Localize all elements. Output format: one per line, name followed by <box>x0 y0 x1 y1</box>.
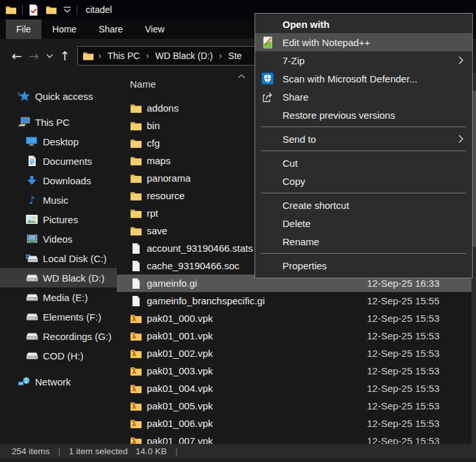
file-row-pak01-001-vpk[interactable]: λpak01_001.vpk12-Sep-25 15:53 <box>117 327 476 345</box>
context-menu-item-share[interactable]: Share <box>255 88 472 106</box>
file-name: addons <box>147 103 179 114</box>
back-button[interactable]: ← <box>8 49 25 63</box>
selection-count: 1 item selected <box>69 446 128 456</box>
context-menu-item-scan-with-microsoft-defender[interactable]: Scan with Microsoft Defender... <box>255 69 472 88</box>
folder-icon <box>130 174 142 183</box>
drive-icon <box>25 352 39 359</box>
documents-icon <box>25 156 39 166</box>
file-row-pak01-003-vpk[interactable]: λpak01_003.vpk12-Sep-25 15:53 <box>117 362 476 380</box>
date-modified: 12-Sep-25 15:55 <box>367 295 440 306</box>
sidebar-item-this-pc[interactable]: This PC <box>0 112 130 132</box>
defender-icon <box>262 73 273 84</box>
folder-icon <box>130 191 142 201</box>
svg-text:λ: λ <box>132 315 136 322</box>
new-folder-icon[interactable] <box>46 6 56 14</box>
breadcrumb-this-pc[interactable]: This PC <box>108 51 140 61</box>
file-row-pak01-006-vpk[interactable]: λpak01_006.vpk12-Sep-25 15:53 <box>117 415 476 432</box>
column-header-name[interactable]: Name <box>130 79 156 90</box>
date-modified: 12-Sep-25 15:53 <box>367 313 440 324</box>
tab-share[interactable]: Share <box>88 19 134 39</box>
sidebar-item-label: Local Disk (C:) <box>43 253 106 264</box>
file-name: pak01_004.vpk <box>147 383 213 394</box>
breadcrumb-ste[interactable]: Ste <box>228 51 242 61</box>
context-menu-item-7-zip[interactable]: 7-Zip <box>255 51 472 69</box>
status-divider: | <box>175 446 178 456</box>
context-menu-item-restore-previous-versions[interactable]: Restore previous versions <box>255 106 472 124</box>
sidebar-item-label: Videos <box>43 234 73 245</box>
sidebar-item-quick-access[interactable]: Quick access <box>0 86 130 106</box>
sidebar-item-label: Downloads <box>43 175 91 186</box>
sidebar-item-label: COD (H:) <box>43 350 84 361</box>
menu-separator <box>261 127 466 127</box>
qat-dropdown-icon[interactable] <box>64 6 71 13</box>
context-menu-item-delete[interactable]: Delete <box>255 214 472 232</box>
file-row-pak01-002-vpk[interactable]: λpak01_002.vpk12-Sep-25 15:53 <box>117 345 476 362</box>
sidebar-item-network[interactable]: Network <box>0 372 130 391</box>
svg-text:λ: λ <box>132 402 136 410</box>
file-name: cache_93190466.soc <box>147 260 240 271</box>
breadcrumb-wd-black-d[interactable]: WD Black (D:) <box>155 51 213 61</box>
drive-icon <box>25 274 39 282</box>
file-row-pak01-004-vpk[interactable]: λpak01_004.vpk12-Sep-25 15:53 <box>117 380 476 397</box>
file-row-pak01-005-vpk[interactable]: λpak01_005.vpk12-Sep-25 15:53 <box>117 397 476 415</box>
submenu-arrow-icon <box>458 56 464 65</box>
explorer-app-icon <box>6 6 16 14</box>
tab-file[interactable]: File <box>6 19 42 39</box>
context-menu-item-rename[interactable]: Rename <box>255 232 472 250</box>
svg-text:λ: λ <box>132 420 136 428</box>
svg-text:λ: λ <box>132 332 136 340</box>
file-name: cfg <box>147 138 160 149</box>
window-bottom-edge <box>0 459 476 462</box>
up-button[interactable]: ↑ <box>56 49 73 63</box>
menu-separator <box>261 193 466 193</box>
document-icon <box>130 278 142 289</box>
context-menu-item-create-shortcut[interactable]: Create shortcut <box>255 196 472 214</box>
document-icon <box>130 261 142 271</box>
properties-check-icon[interactable] <box>29 5 38 16</box>
downloads-icon <box>25 176 39 186</box>
context-menu-item-cut[interactable]: Cut <box>255 154 472 172</box>
menu-item-label: Restore previous versions <box>282 110 395 121</box>
sidebar-item-label: Recordings (G:) <box>43 331 112 342</box>
context-menu-item-open-with[interactable]: Open with <box>255 15 472 33</box>
file-name: resource <box>147 190 184 201</box>
file-row-gameinfo-branchspecific-gi[interactable]: gameinfo_branchspecific.gi12-Sep-25 15:5… <box>117 292 476 310</box>
document-icon <box>130 296 142 306</box>
menu-item-label: Rename <box>282 236 319 247</box>
breadcrumb-chevron-icon: › <box>219 51 223 61</box>
file-name: pak01_001.vpk <box>147 330 213 341</box>
address-folder-icon <box>83 52 94 60</box>
titlebar-separator <box>22 5 23 15</box>
vpk-lambda-icon: λ <box>130 437 142 444</box>
network-icon <box>17 377 31 387</box>
context-menu-item-send-to[interactable]: Send to <box>255 130 472 148</box>
titlebar-separator <box>77 5 77 15</box>
breadcrumb-chevron-icon: › <box>98 51 102 61</box>
file-name: gameinfo.gi <box>147 278 197 289</box>
tab-view[interactable]: View <box>134 19 175 39</box>
context-menu-item-edit-with-notepad[interactable]: Edit with Notepad++ <box>255 33 472 51</box>
breadcrumb-chevron-icon: › <box>145 51 149 61</box>
menu-item-label: Edit with Notepad++ <box>282 37 370 48</box>
menu-item-label: Properties <box>282 260 327 271</box>
svg-text:λ: λ <box>132 385 136 393</box>
context-menu-item-properties[interactable]: Properties <box>255 256 472 274</box>
file-row-pak01-007-vpk[interactable]: λpak01_007.vpk12-Sep-25 15:53 <box>117 432 476 444</box>
vpk-lambda-icon: λ <box>130 349 142 358</box>
recent-locations-icon[interactable] <box>42 54 56 58</box>
vpk-lambda-icon: λ <box>130 314 142 323</box>
svg-text:λ: λ <box>132 367 136 375</box>
vpk-lambda-icon: λ <box>130 419 142 428</box>
date-modified: 12-Sep-25 15:53 <box>367 383 440 394</box>
sidebar-item-label: Quick access <box>35 91 93 102</box>
drive-icon <box>25 333 39 340</box>
context-menu-item-copy[interactable]: Copy <box>255 172 472 190</box>
folder-icon <box>130 209 142 218</box>
forward-button[interactable]: → <box>25 49 42 63</box>
menu-item-label: Cut <box>282 158 297 169</box>
tab-home[interactable]: Home <box>42 19 88 39</box>
svg-text:♪: ♪ <box>29 195 35 206</box>
file-row-pak01-000-vpk[interactable]: λpak01_000.vpk12-Sep-25 15:53 <box>117 310 476 327</box>
sidebar-item-label: Network <box>35 376 71 387</box>
file-name: save <box>147 225 168 236</box>
